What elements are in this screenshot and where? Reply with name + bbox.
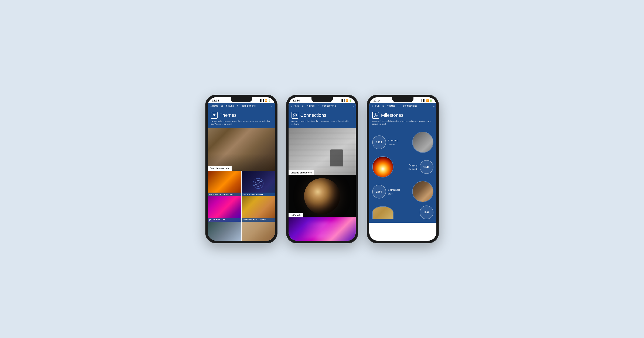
nav-home-1[interactable]: ⌂ HOME <box>210 104 219 108</box>
quantum-reality-label: QUANTUM REALITY <box>208 218 241 222</box>
svg-line-3 <box>295 114 296 115</box>
themes-subtitle: Explore major advances across the scienc… <box>211 120 272 125</box>
nav-home-2[interactable]: ⌂ HOME <box>290 104 300 108</box>
wifi-icon-2: 🛜 <box>346 99 348 102</box>
svg-point-8 <box>375 115 376 116</box>
label-1964: Chimpanzeetools <box>386 188 412 195</box>
wifi-icon-3: 🛜 <box>426 99 429 102</box>
themes-grid: Our climate crisis THE FUTURE OF COMPUTI… <box>208 128 275 241</box>
themes-icon-3: 🏛 <box>382 105 384 107</box>
themes-row-2: QUANTUM REALITY MATERIALS THAT MADE US <box>208 196 275 222</box>
pluto-item[interactable]: Let's talk <box>288 175 356 217</box>
signal-icon-1: ▐▐▐ <box>259 99 264 102</box>
connections-icon-3: ✦ <box>398 105 400 107</box>
nav-themes-icon-2[interactable]: 🏛 <box>301 104 305 108</box>
photo-1945 <box>372 156 394 177</box>
nav-connections-icon-3[interactable]: ✦ <box>397 104 401 108</box>
nav-dots-1[interactable]: ... <box>271 104 273 107</box>
label-1929: Expandingcosmos <box>386 138 412 146</box>
milestone-1945[interactable]: 1945 Droppingthe bomb <box>372 156 434 177</box>
phone-notch-2 <box>312 97 333 102</box>
year-1945: 1945 <box>420 160 434 174</box>
connections-icon-1: ✦ <box>237 105 238 107</box>
signal-icon-3: ▐▐▐ <box>421 99 425 102</box>
status-icons-1: ▐▐▐ 🛜 🔋 <box>259 99 270 102</box>
phone-notch-3 <box>392 97 414 102</box>
themes-row-1: THE FUTURE OF COMPUTING THE HUMAN BLU <box>208 171 275 196</box>
phone-1-content[interactable]: 🏛 Themes Explore major advances across t… <box>208 109 275 241</box>
status-time-2: 12:14 <box>293 99 300 102</box>
label-1945: Droppingthe bomb <box>394 163 420 171</box>
unsung-characters-label: Unsung characters <box>288 170 314 175</box>
phone-2-content[interactable]: Connections Uncover links that illuminat… <box>288 109 356 241</box>
year-1996: 1996 <box>420 206 434 219</box>
nav-themes-icon-1[interactable]: 🏛 <box>220 104 224 108</box>
nav-connections-2[interactable]: CONNECTIONS <box>321 104 338 108</box>
nav-themes-icon-3[interactable]: 🏛 <box>382 104 386 108</box>
climate-crisis-label: Our climate crisis <box>208 166 232 171</box>
milestone-1964[interactable]: 1964 Chimpanzeetools <box>372 181 434 202</box>
pluto-sphere <box>304 178 340 214</box>
svg-line-5 <box>295 115 296 116</box>
nav-dots-2[interactable]: ... <box>352 104 354 107</box>
future-computing-item[interactable]: THE FUTURE OF COMPUTING <box>208 171 241 196</box>
phone-milestones: 12:14 ▐▐▐ 🛜 🔋 ⌂ HOME 🏛 THEMES <box>367 95 439 243</box>
photo-1996 <box>372 206 394 219</box>
connections-subtitle: Uncover links that illuminate the proces… <box>292 120 353 125</box>
themes-row-3 <box>208 222 275 241</box>
lets-talk-label: Let's talk <box>288 213 303 217</box>
svg-line-2 <box>294 114 295 115</box>
materials-item[interactable]: MATERIALS THAT MADE US <box>242 196 275 222</box>
battery-icon-3: 🔋 <box>430 99 432 102</box>
status-icons-3: ▐▐▐ 🛜 🔋 <box>421 99 432 102</box>
battery-icon-2: 🔋 <box>349 99 352 102</box>
unsung-characters-item[interactable]: Unsung characters <box>288 128 356 175</box>
milestones-timeline: 1929 Expandingcosmos 1945 <box>369 128 436 223</box>
nav-bar-3: ⌂ HOME 🏛 THEMES ✦ CONNECTIONS ... <box>369 103 436 109</box>
milestone-1996[interactable]: 1996 <box>372 206 434 219</box>
status-time-3: 12:14 <box>374 99 380 102</box>
status-time-1: 12:14 <box>212 99 219 102</box>
nav-themes-1[interactable]: THEMES <box>225 104 235 108</box>
human-blueprint-item[interactable]: THE HUMAN BLUEPRINT <box>242 171 275 196</box>
bottom-right-item[interactable] <box>242 222 275 241</box>
nav-dots-3[interactable]: ... <box>432 104 434 107</box>
milestone-1929[interactable]: 1929 Expandingcosmos <box>372 132 434 153</box>
phones-container: 12:14 ▐▐▐ 🛜 🔋 ⌂ HOME 🏛 THEMES <box>205 95 439 243</box>
milestones-subtitle: Create a timeline of discoveries, advanc… <box>372 120 434 125</box>
nav-themes-2[interactable]: THEMES <box>306 104 316 108</box>
photo-1964 <box>412 181 434 202</box>
materials-label: MATERIALS THAT MADE US <box>242 218 275 222</box>
year-1929: 1929 <box>372 135 386 149</box>
nav-bar-2: ⌂ HOME 🏛 THEMES ✦ CONNECTIONS ... <box>288 103 356 109</box>
future-computing-label: THE FUTURE OF COMPUTING <box>208 193 241 196</box>
signal-icon-2: ▐▐▐ <box>340 99 344 102</box>
nav-themes-3[interactable]: THEMES <box>386 104 396 108</box>
milestones-svg-icon <box>374 113 378 117</box>
status-icons-2: ▐▐▐ 🛜 🔋 <box>340 99 351 102</box>
climate-crisis-item[interactable]: Our climate crisis <box>208 128 275 171</box>
nav-connections-3[interactable]: CONNECTIONS <box>402 104 418 108</box>
nav-connections-icon-1[interactable]: ✦ <box>236 104 240 108</box>
phone-notch-1 <box>231 97 252 102</box>
connections-bottom-item[interactable] <box>288 217 356 241</box>
nav-connections-icon-2[interactable]: ✦ <box>316 104 320 108</box>
phone-3-content[interactable]: Milestones Create a timeline of discover… <box>369 109 436 241</box>
home-icon-1: ⌂ <box>210 105 212 107</box>
home-icon-3: ⌂ <box>372 105 373 107</box>
nav-connections-1[interactable]: CONNECTIONS <box>240 104 257 108</box>
themes-icon-1: 🏛 <box>221 105 223 107</box>
themes-hero: 🏛 Themes Explore major advances across t… <box>208 109 275 128</box>
nav-home-3[interactable]: ⌂ HOME <box>371 104 380 108</box>
phone-themes: 12:14 ▐▐▐ 🛜 🔋 ⌂ HOME 🏛 THEMES <box>205 95 278 243</box>
quantum-reality-item[interactable]: QUANTUM REALITY <box>208 196 241 222</box>
milestones-title: Milestones <box>381 112 404 118</box>
connections-hero-icon <box>292 112 298 119</box>
nav-bar-1: ⌂ HOME 🏛 THEMES ✦ CONNECTIONS ... <box>208 103 275 109</box>
connections-svg-icon <box>293 113 297 117</box>
themes-icon-2: 🏛 <box>302 105 304 107</box>
themes-title: Themes <box>220 112 236 118</box>
bottom-left-item[interactable] <box>208 222 241 241</box>
connections-icon-2: ✦ <box>318 105 319 107</box>
battery-icon-1: 🔋 <box>268 99 271 102</box>
